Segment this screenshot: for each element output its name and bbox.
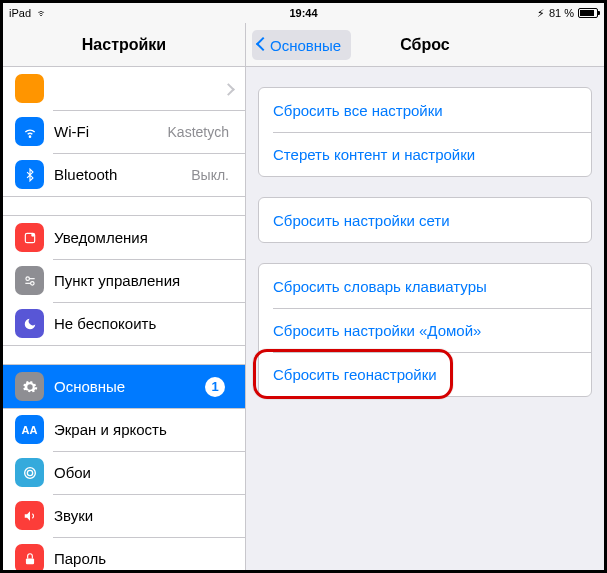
sidebar-item-general[interactable]: Основные 1 bbox=[3, 365, 245, 408]
label: Экран и яркость bbox=[54, 421, 233, 438]
clock: 19:44 bbox=[205, 7, 401, 19]
notifications-icon bbox=[15, 223, 44, 252]
badge: 1 bbox=[205, 377, 225, 397]
detail-navbar: Основные Сброс bbox=[246, 23, 604, 67]
battery-icon bbox=[578, 8, 598, 18]
gear-icon bbox=[15, 372, 44, 401]
sidebar-item-passcode[interactable]: Пароль bbox=[3, 537, 245, 570]
label: Wi-Fi bbox=[54, 123, 168, 140]
reset-group-3: Сбросить словарь клавиатуры Сбросить нас… bbox=[258, 263, 592, 397]
reset-all-settings[interactable]: Сбросить все настройки bbox=[259, 88, 591, 132]
back-button[interactable]: Основные bbox=[252, 30, 351, 60]
erase-all-content[interactable]: Стереть контент и настройки bbox=[259, 132, 591, 176]
battery-percent: 81 % bbox=[549, 7, 574, 19]
sidebar-item-display[interactable]: AA Экран и яркость bbox=[3, 408, 245, 451]
charging-icon: ⚡︎ bbox=[537, 7, 545, 20]
ipad-settings-screen: iPad 19:44 ⚡︎ 81 % Настройки bbox=[0, 0, 607, 573]
svg-point-4 bbox=[30, 281, 33, 285]
svg-point-0 bbox=[29, 136, 30, 137]
wifi-icon bbox=[15, 117, 44, 146]
value: Выкл. bbox=[191, 167, 229, 183]
lock-icon bbox=[15, 544, 44, 570]
airplane-icon bbox=[15, 74, 44, 103]
label: Не беспокоить bbox=[54, 315, 233, 332]
sidebar-item-control-center[interactable]: Пункт управления bbox=[3, 259, 245, 302]
sidebar-navbar: Настройки bbox=[3, 23, 245, 67]
svg-point-2 bbox=[31, 233, 35, 237]
settings-sidebar: Настройки Wi-Fi Kastetych bbox=[3, 23, 246, 570]
label: Обои bbox=[54, 464, 233, 481]
back-label: Основные bbox=[270, 37, 341, 54]
label: Уведомления bbox=[54, 229, 233, 246]
sidebar-item-sounds[interactable]: Звуки bbox=[3, 494, 245, 537]
label: Звуки bbox=[54, 507, 233, 524]
sidebar-item-bluetooth[interactable]: Bluetooth Выкл. bbox=[3, 153, 245, 196]
svg-rect-9 bbox=[25, 558, 33, 564]
reset-keyboard-dictionary[interactable]: Сбросить словарь клавиатуры bbox=[259, 264, 591, 308]
sidebar-item-dnd[interactable]: Не беспокоить bbox=[3, 302, 245, 345]
reset-home-layout[interactable]: Сбросить настройки «Домой» bbox=[259, 308, 591, 352]
sidebar-item-wallpaper[interactable]: Обои bbox=[3, 451, 245, 494]
reset-network-settings[interactable]: Сбросить настройки сети bbox=[259, 198, 591, 242]
sidebar-title: Настройки bbox=[82, 36, 166, 54]
label: Основные bbox=[54, 378, 205, 395]
display-icon: AA bbox=[15, 415, 44, 444]
reset-group-1: Сбросить все настройки Стереть контент и… bbox=[258, 87, 592, 177]
sidebar-item-wifi[interactable]: Wi-Fi Kastetych bbox=[3, 110, 245, 153]
wifi-icon bbox=[37, 7, 48, 19]
control-center-icon bbox=[15, 266, 44, 295]
sidebar-item-notifications[interactable]: Уведомления bbox=[3, 216, 245, 259]
bluetooth-icon bbox=[15, 160, 44, 189]
device-label: iPad bbox=[9, 7, 31, 19]
svg-point-3 bbox=[25, 276, 29, 280]
wallpaper-icon bbox=[15, 458, 44, 487]
label: Пароль bbox=[54, 550, 233, 567]
value: Kastetych bbox=[168, 124, 229, 140]
label: Пункт управления bbox=[54, 272, 233, 289]
sidebar-item-placeholder[interactable] bbox=[3, 67, 245, 110]
status-bar: iPad 19:44 ⚡︎ 81 % bbox=[3, 3, 604, 23]
label: Bluetooth bbox=[54, 166, 191, 183]
svg-point-8 bbox=[24, 467, 35, 478]
detail-pane: Основные Сброс Сбросить все настройки Ст… bbox=[246, 23, 604, 570]
chevron-right-icon bbox=[224, 80, 233, 97]
detail-title: Сброс bbox=[400, 36, 449, 54]
reset-group-2: Сбросить настройки сети bbox=[258, 197, 592, 243]
svg-point-7 bbox=[27, 470, 32, 475]
moon-icon bbox=[15, 309, 44, 338]
sounds-icon bbox=[15, 501, 44, 530]
reset-location-settings[interactable]: Сбросить геонастройки bbox=[259, 352, 591, 396]
